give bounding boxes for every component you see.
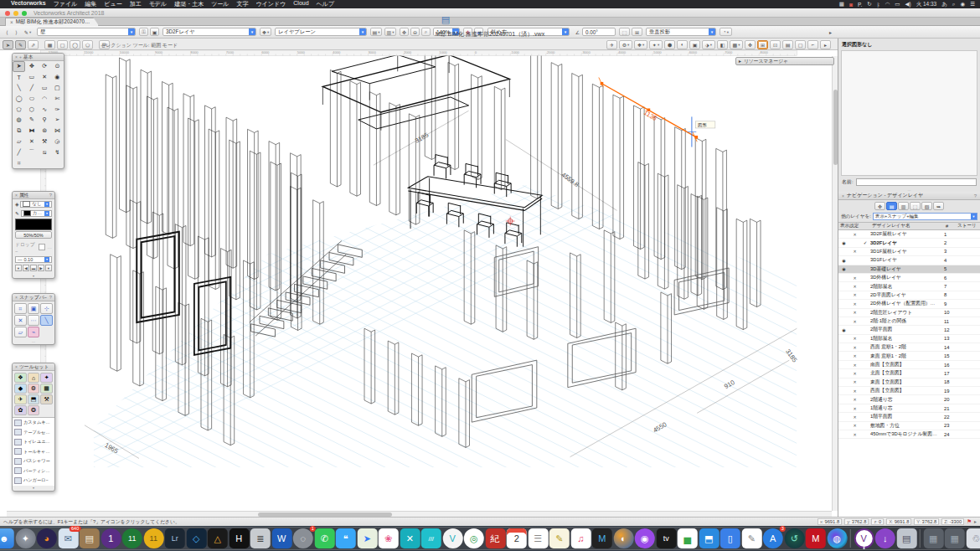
visibility-x-icon[interactable]: ✕ <box>849 432 860 437</box>
view-button-14[interactable]: ▢ <box>795 40 806 49</box>
layer-dropdown[interactable]: 3D2Fレイヤ▾ <box>162 28 256 36</box>
pushpin-icon[interactable]: ⚑ <box>967 518 972 525</box>
collapse-icon[interactable]: ▸ <box>739 59 741 64</box>
nav-mode-button-1[interactable]: ▤ <box>886 202 897 210</box>
mode-button-4[interactable]: ▦ <box>44 40 55 49</box>
help-icon[interactable]: ? <box>974 193 977 198</box>
basic-tool-22[interactable]: ⚲ <box>39 115 51 126</box>
dock-elements-11[interactable]: 11 <box>122 528 142 548</box>
toolset-category-4[interactable]: ⚙ <box>28 384 40 394</box>
zoom-window-button[interactable] <box>22 11 27 16</box>
dock-time-machine[interactable]: ↺ <box>784 528 804 548</box>
grid-app-icon[interactable]: ▦ <box>839 1 844 8</box>
minimize-window-button[interactable] <box>13 11 18 16</box>
class-edit-button[interactable]: ▣ <box>150 28 159 36</box>
dock-textedit[interactable]: ✎ <box>741 528 761 548</box>
toolset-category-10[interactable]: ❂ <box>28 405 40 415</box>
menu-item-4[interactable]: モデル <box>149 0 168 8</box>
toolset-item-0[interactable]: カスタムキ… <box>13 418 54 428</box>
visibility-x-icon[interactable]: ✕ <box>849 353 860 358</box>
visibility-x-icon[interactable]: ✕ <box>849 310 860 315</box>
filter-dropdown[interactable]: 表示+スナップ+編集▾ <box>873 213 977 220</box>
dock-affinity-designer[interactable]: ◇ <box>186 528 206 548</box>
nav-mode-button-5[interactable]: ➥ <box>933 202 944 210</box>
basic-tool-37[interactable] <box>25 157 38 168</box>
dock-mail[interactable]: ✉640 <box>58 528 78 548</box>
view-button-4[interactable]: ⬢ <box>664 40 675 49</box>
fill-bucket-icon[interactable]: ◈ <box>15 202 18 207</box>
view-button-2[interactable]: ❖▾ <box>634 40 647 49</box>
dock-photos[interactable]: ❀ <box>379 528 399 548</box>
mcafee-shield-icon[interactable]: ◙ <box>849 2 853 8</box>
menu-item-7[interactable]: 文字 <box>236 0 248 8</box>
dock-messages[interactable]: ❝ <box>336 528 356 548</box>
back-button[interactable]: ⟨ <box>3 28 12 36</box>
dock-facetime[interactable]: ✆ <box>314 528 334 548</box>
class-dropdown[interactable]: 壁▾ <box>37 28 136 36</box>
visibility-x-icon[interactable]: ✕ <box>849 371 860 376</box>
layer-row-3[interactable]: ✕3D1F屋根レイヤ3 <box>838 248 980 256</box>
palette-resize-handle[interactable]: ⋯ <box>13 339 54 344</box>
view-button-3[interactable]: ✦▾ <box>649 40 663 49</box>
spotlight-icon[interactable]: ⌕ <box>952 1 956 8</box>
toolset-category-7[interactable]: ⬒ <box>28 394 40 404</box>
document-tab[interactable]: × M邸 BIM化 推進本部2024070… <box>5 18 99 26</box>
visibility-x-icon[interactable]: ✕ <box>849 292 860 297</box>
snap-toggle-0[interactable]: ⌗ <box>14 303 27 314</box>
dock-reminders[interactable]: ☰ <box>528 528 548 548</box>
visibility-x-icon[interactable]: ✕ <box>849 301 860 306</box>
dock-lightroom[interactable]: Lr <box>165 528 185 548</box>
menu-item-8[interactable]: ウインドウ <box>255 0 286 8</box>
layer-row-2[interactable]: ◉✓3D2Fレイヤ2 <box>838 239 980 247</box>
dock-apple-tv[interactable]: tv <box>656 528 676 548</box>
basic-tool-20[interactable]: ◍ <box>13 115 25 126</box>
dock-minimized-window-2[interactable]: ▦ <box>945 528 965 548</box>
layer-row-21[interactable]: ✕1階通り芯21 <box>838 404 980 413</box>
drop-shadow-checkbox[interactable] <box>39 244 45 250</box>
close-window-button[interactable] <box>5 11 10 16</box>
basic-tool-9[interactable]: ╱ <box>25 83 38 94</box>
clip-cube-icon[interactable]: ⬚ <box>619 28 630 36</box>
dock-firefox[interactable]: ◕ <box>37 528 57 548</box>
nav-mode-button-3[interactable]: ⬚ <box>910 202 921 210</box>
basic-tool-17[interactable]: ⬡ <box>25 104 38 115</box>
toolset-category-0[interactable]: ❖ <box>14 373 27 383</box>
basic-tool-3[interactable]: ⊙ <box>51 61 64 72</box>
menu-item-2[interactable]: ビュー <box>104 0 121 8</box>
visibility-x-icon[interactable]: ✕ <box>849 345 860 350</box>
menu-item-9[interactable]: Cloud <box>293 0 308 8</box>
basic-tool-0[interactable]: ➤ <box>13 61 25 72</box>
pan-icon[interactable]: ✥ <box>400 28 409 36</box>
close-icon[interactable]: × <box>842 193 844 198</box>
dock-gray-app[interactable]: ◌1 <box>293 528 313 548</box>
mode-button-6[interactable]: ◯ <box>70 40 80 49</box>
dock-spiral-app[interactable]: ◎ <box>464 528 484 548</box>
layer-list-header[interactable]: 表示設定デザインレイヤ名#ストーリ <box>838 222 980 230</box>
nav-mode-button-2[interactable]: ▥ <box>898 202 909 210</box>
more-icon[interactable]: … <box>47 245 52 250</box>
palette-resize-handle[interactable]: ▾ <box>13 273 54 278</box>
add-icon[interactable]: + <box>19 54 22 59</box>
nav-mode-button-4[interactable]: ▧ <box>921 202 932 210</box>
visibility-x-icon[interactable]: ✕ <box>849 336 860 341</box>
pen-style-dropdown[interactable]: カ…▾ <box>21 210 52 217</box>
dock-minimized-window-1[interactable]: ▦ <box>923 528 943 548</box>
snap-toggle-5[interactable]: ╲ <box>40 315 53 326</box>
input-source-icon[interactable]: あ <box>941 1 947 8</box>
fill-style-dropdown[interactable]: なし▾ <box>20 201 52 208</box>
basic-tool-38[interactable] <box>39 157 51 168</box>
visibility-x-icon[interactable]: ✕ <box>849 249 860 254</box>
basic-tool-8[interactable]: ╲ <box>13 83 25 94</box>
dock-calendar[interactable]: 2 <box>507 528 527 548</box>
menu-item-0[interactable]: ファイル <box>54 0 78 8</box>
dock-maps[interactable]: ➤ <box>357 528 377 548</box>
zoom-in-icon[interactable]: ⌕ <box>421 28 431 36</box>
visibility-x-icon[interactable]: ✕ <box>849 406 860 411</box>
menu-app-name[interactable]: Vectorworks <box>11 0 46 8</box>
layer-row-20[interactable]: ✕2階通り芯20 <box>838 395 980 404</box>
dock-launchpad[interactable]: ✦ <box>15 528 35 548</box>
layer-row-5[interactable]: ◉3D基礎レイヤ5 <box>838 265 980 274</box>
dock-premiere-11[interactable]: 11 <box>143 528 163 548</box>
toolset-category-8[interactable]: ⚒ <box>40 394 53 404</box>
close-tab-icon[interactable]: × <box>10 19 13 25</box>
